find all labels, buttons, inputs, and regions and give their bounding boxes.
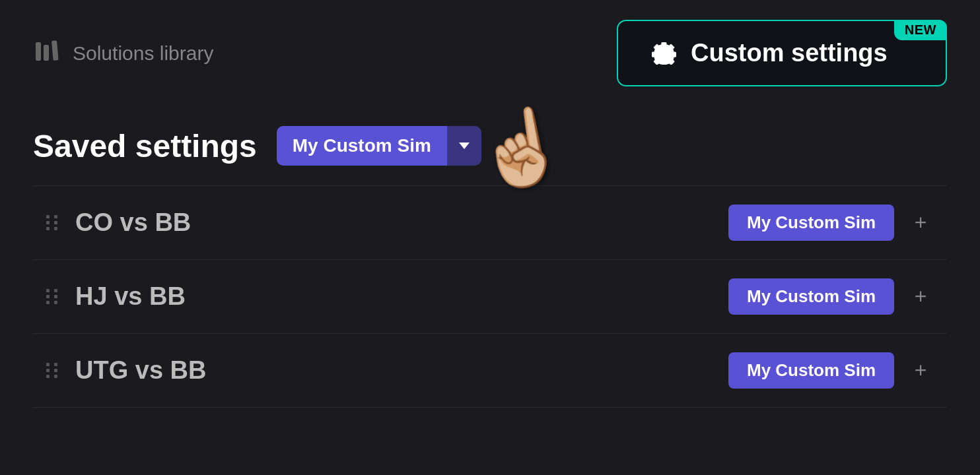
library-icon: [33, 37, 62, 70]
dropdown-selected-value: My Custom Sim: [277, 126, 447, 166]
row-title: CO vs BB: [75, 208, 191, 237]
custom-settings-button[interactable]: NEW Custom settings: [617, 20, 947, 86]
saved-settings-header: Saved settings My Custom Sim: [33, 126, 947, 166]
add-button[interactable]: +: [907, 284, 934, 309]
page-container: Solutions library NEW Custom settings Sa…: [0, 0, 980, 475]
sim-badge[interactable]: My Custom Sim: [728, 352, 894, 389]
drag-handle-icon[interactable]: [46, 363, 59, 378]
drag-handle-icon[interactable]: [46, 289, 59, 304]
row-left: UTG vs BB: [46, 356, 206, 385]
chevron-down-icon: [459, 142, 470, 149]
saved-settings-title: Saved settings: [33, 128, 257, 164]
solutions-library-button[interactable]: Solutions library: [33, 37, 213, 70]
table-row: HJ vs BB My Custom Sim +: [33, 259, 947, 333]
sim-badge[interactable]: My Custom Sim: [728, 205, 894, 241]
add-button[interactable]: +: [907, 358, 934, 383]
solutions-label: Solutions library: [73, 42, 213, 65]
drag-handle-icon[interactable]: [46, 215, 59, 230]
row-title: UTG vs BB: [75, 356, 206, 385]
saved-settings-list: CO vs BB My Custom Sim + HJ vs BB: [33, 185, 947, 408]
row-title: HJ vs BB: [75, 282, 186, 311]
row-left: CO vs BB: [46, 208, 191, 237]
sim-badge[interactable]: My Custom Sim: [728, 278, 894, 315]
table-row: UTG vs BB My Custom Sim +: [33, 333, 947, 408]
svg-rect-1: [44, 45, 49, 61]
dropdown-arrow-button[interactable]: [447, 133, 481, 158]
top-bar: Solutions library NEW Custom settings: [33, 20, 947, 86]
svg-rect-0: [36, 42, 41, 61]
custom-settings-label: Custom settings: [691, 39, 888, 67]
add-button[interactable]: +: [907, 210, 934, 235]
new-badge: NEW: [894, 20, 947, 40]
table-row: CO vs BB My Custom Sim +: [33, 185, 947, 259]
gear-icon: [650, 36, 679, 71]
row-right: My Custom Sim +: [728, 205, 934, 241]
row-left: HJ vs BB: [46, 282, 186, 311]
row-right: My Custom Sim +: [728, 352, 934, 389]
saved-settings-dropdown[interactable]: My Custom Sim: [277, 126, 481, 166]
svg-rect-2: [52, 40, 59, 61]
row-right: My Custom Sim +: [728, 278, 934, 315]
